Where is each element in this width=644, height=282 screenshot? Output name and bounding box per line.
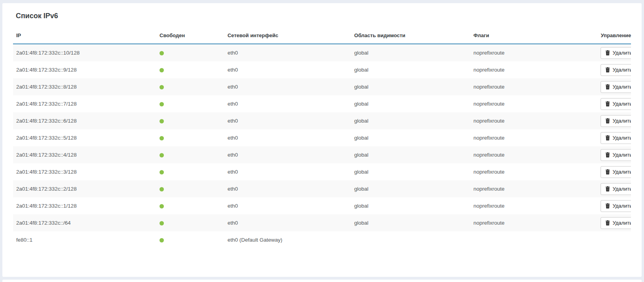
flags-cell (470, 231, 597, 248)
delete-button-label: Удалить (612, 50, 631, 56)
free-cell (156, 95, 224, 112)
scope-cell: global (351, 214, 470, 231)
management-cell: Удалить (597, 95, 631, 112)
column-header-interface: Сетевой интерфейс (224, 30, 351, 44)
table-row: fe80::1 eth0 (Default Gateway) (13, 231, 631, 248)
ipv6-table: IP Свободен Сетевой интерфейс Область ви… (13, 30, 631, 248)
delete-button[interactable]: Удалить (601, 98, 631, 110)
free-cell (156, 231, 224, 248)
management-cell: Удалить (597, 163, 631, 180)
interface-cell: eth0 (Default Gateway) (224, 231, 351, 248)
management-cell: Удалить (597, 180, 631, 197)
delete-button[interactable]: Удалить (601, 132, 631, 144)
flags-cell: noprefixroute (470, 95, 597, 112)
delete-button-label: Удалить (612, 84, 631, 90)
status-free-dot (160, 187, 164, 191)
delete-button[interactable]: Удалить (601, 64, 631, 76)
table-row: 2a01:4f8:172:332c::/64 eth0 global nopre… (13, 214, 631, 231)
trash-icon (605, 186, 610, 191)
delete-button[interactable]: Удалить (601, 183, 631, 195)
management-cell: Удалить (597, 112, 631, 129)
flags-cell: noprefixroute (470, 61, 597, 78)
trash-icon (605, 50, 610, 55)
trash-icon (605, 118, 610, 123)
management-cell: Удалить (597, 197, 631, 214)
scope-cell: global (351, 146, 470, 163)
ip-cell: 2a01:4f8:172:332c::3/128 (13, 163, 156, 180)
column-header-scope: Область видимости (351, 30, 470, 44)
ip-cell: 2a01:4f8:172:332c::9/128 (13, 61, 156, 78)
status-free-dot (160, 136, 164, 140)
column-header-flags: Флаги (470, 30, 597, 44)
delete-button[interactable]: Удалить (601, 217, 631, 229)
trash-icon (605, 84, 610, 89)
ip-cell: 2a01:4f8:172:332c::6/128 (13, 112, 156, 129)
column-header-management: Управление (597, 30, 631, 44)
table-header-row: IP Свободен Сетевой интерфейс Область ви… (13, 30, 631, 44)
management-cell: Удалить (597, 146, 631, 163)
flags-cell: noprefixroute (470, 112, 597, 129)
table-row: 2a01:4f8:172:332c::9/128 eth0 global nop… (13, 61, 631, 78)
status-free-dot (160, 204, 164, 208)
trash-icon (605, 203, 610, 208)
flags-cell: noprefixroute (470, 146, 597, 163)
scope-cell: global (351, 197, 470, 214)
ip-cell: 2a01:4f8:172:332c::5/128 (13, 129, 156, 146)
table-row: 2a01:4f8:172:332c::3/128 eth0 global nop… (13, 163, 631, 180)
free-cell (156, 197, 224, 214)
free-cell (156, 163, 224, 180)
ip-cell: 2a01:4f8:172:332c::7/128 (13, 95, 156, 112)
status-free-dot (160, 153, 164, 157)
card-title: Список IPv6 (13, 11, 631, 21)
status-free-dot (160, 102, 164, 106)
delete-button[interactable]: Удалить (601, 166, 631, 178)
status-free-dot (160, 68, 164, 72)
delete-button[interactable]: Удалить (601, 200, 631, 212)
flags-cell: noprefixroute (470, 197, 597, 214)
column-header-free: Свободен (156, 30, 224, 44)
flags-cell: noprefixroute (470, 214, 597, 231)
trash-icon (605, 169, 610, 174)
status-free-dot (160, 170, 164, 174)
table-row: 2a01:4f8:172:332c::7/128 eth0 global nop… (13, 95, 631, 112)
scope-cell: global (351, 129, 470, 146)
status-free-dot (160, 119, 164, 123)
scope-cell: global (351, 61, 470, 78)
ipv6-list-card: Список IPv6 IP Свободен Сетевой интерфей… (2, 3, 642, 277)
table-row: 2a01:4f8:172:332c::4/128 eth0 global nop… (13, 146, 631, 163)
free-cell (156, 44, 224, 61)
trash-icon (605, 220, 610, 225)
delete-button[interactable]: Удалить (601, 81, 631, 93)
management-cell: Удалить (597, 129, 631, 146)
ip-cell: 2a01:4f8:172:332c::2/128 (13, 180, 156, 197)
next-card-top-edge (2, 280, 642, 282)
ip-cell: 2a01:4f8:172:332c::/64 (13, 214, 156, 231)
free-cell (156, 61, 224, 78)
free-cell (156, 146, 224, 163)
management-cell: Удалить (597, 44, 631, 61)
trash-icon (605, 135, 610, 140)
status-free-dot (160, 51, 164, 55)
interface-cell: eth0 (224, 129, 351, 146)
delete-button[interactable]: Удалить (601, 47, 631, 59)
management-cell (597, 231, 631, 248)
delete-button-label: Удалить (612, 135, 631, 141)
interface-cell: eth0 (224, 163, 351, 180)
free-cell (156, 129, 224, 146)
delete-button[interactable]: Удалить (601, 115, 631, 127)
delete-button[interactable]: Удалить (601, 149, 631, 161)
delete-button-label: Удалить (612, 203, 631, 209)
interface-cell: eth0 (224, 197, 351, 214)
delete-button-label: Удалить (612, 186, 631, 192)
trash-icon (605, 101, 610, 106)
management-cell: Удалить (597, 214, 631, 231)
interface-cell: eth0 (224, 146, 351, 163)
delete-button-label: Удалить (612, 169, 631, 175)
scope-cell: global (351, 112, 470, 129)
table-row: 2a01:4f8:172:332c::10/128 eth0 global no… (13, 44, 631, 61)
delete-button-label: Удалить (612, 118, 631, 124)
scope-cell: global (351, 180, 470, 197)
free-cell (156, 78, 224, 95)
delete-button-label: Удалить (612, 67, 631, 73)
trash-icon (605, 152, 610, 157)
